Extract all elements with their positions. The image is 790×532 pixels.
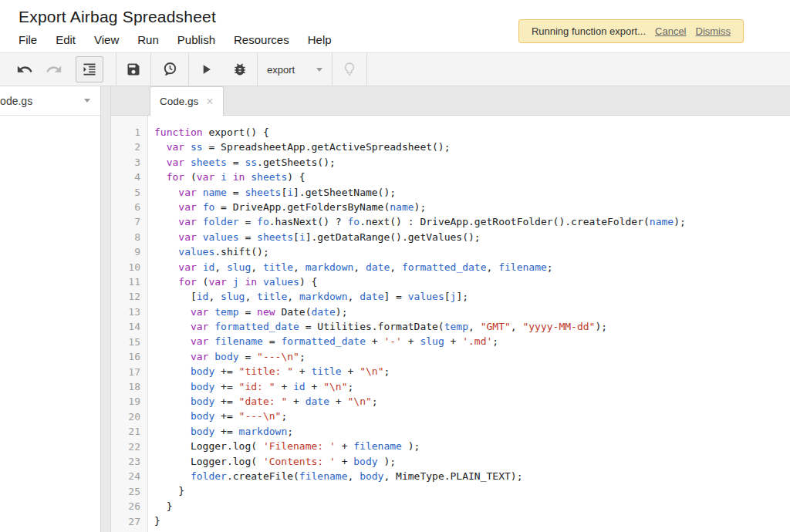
- banner-message: Running function export...: [532, 25, 646, 37]
- main-area: Code.gs Code.gs × 1234567891011121314151…: [0, 86, 790, 532]
- caret-down-icon: [84, 99, 90, 103]
- line-number: 3: [111, 155, 140, 170]
- toolbar: export: [0, 52, 790, 86]
- code-content[interactable]: function export() { var ss = Spreadsheet…: [148, 116, 790, 532]
- code-line: var formatted_date = Utilities.formatDat…: [154, 319, 790, 334]
- run-button[interactable]: [189, 52, 223, 86]
- code-line: var filename = formatted_date + '-' + sl…: [154, 334, 790, 348]
- line-number: 23: [111, 454, 140, 469]
- line-number: 15: [111, 335, 140, 349]
- line-number: 14: [111, 319, 140, 334]
- line-number: 13: [111, 305, 140, 319]
- execution-transcript-button[interactable]: [151, 52, 188, 86]
- code-line: }: [154, 513, 790, 528]
- code-line: body += "date: " + date + "\n";: [154, 394, 790, 409]
- menu-resources[interactable]: Resources: [234, 33, 289, 46]
- running-function-banner: Running function export... Cancel Dismis…: [518, 19, 744, 43]
- line-number: 20: [111, 409, 140, 424]
- execution-transcript-icon: [161, 61, 178, 78]
- editor: Code.gs × 123456789101112131415161718192…: [111, 86, 790, 532]
- tab-code-gs[interactable]: Code.gs ×: [150, 86, 224, 116]
- file-list-item-label: Code.gs: [0, 95, 32, 107]
- line-number: 9: [111, 244, 140, 259]
- line-number: 22: [111, 439, 140, 454]
- line-number-gutter: 1234567891011121314151617181920212223242…: [111, 116, 148, 532]
- code-line: body += markdown;: [154, 424, 790, 439]
- code-line: var name = sheets[i].getSheetName();: [154, 185, 790, 200]
- code-line: for (var i in sheets) {: [154, 170, 790, 184]
- indent-button[interactable]: [76, 56, 103, 82]
- menu-edit[interactable]: Edit: [56, 33, 76, 46]
- save-button[interactable]: [116, 52, 150, 86]
- code-line: var temp = new Date(date);: [154, 305, 790, 319]
- code-line: }: [154, 499, 790, 513]
- code-line: Logger.log( 'Contents: ' + body );: [154, 454, 790, 469]
- line-number: 16: [111, 349, 140, 364]
- bug-icon: [232, 62, 248, 77]
- menu-file[interactable]: File: [19, 33, 37, 46]
- code-line: Logger.log( 'Filename: ' + filename );: [154, 439, 790, 453]
- redo-icon: [46, 61, 62, 78]
- code-line: var folder = fo.hasNext() ? fo.next() : …: [154, 214, 790, 229]
- debug-button[interactable]: [223, 52, 257, 86]
- code-line: var body = "---\n";: [154, 349, 790, 364]
- apps-script-editor-window: Export Airbag Spreadsheet File Edit View…: [0, 0, 790, 532]
- code-line: var id, slug, title, markdown, date, for…: [154, 260, 790, 274]
- code-line: }: [154, 483, 790, 498]
- sidebar-body: [0, 116, 100, 532]
- code-line: body += "title: " + title + "\n";: [154, 364, 790, 379]
- function-select-value: export: [267, 64, 295, 76]
- toolbar-separator: [366, 52, 367, 86]
- line-number: 27: [111, 514, 140, 529]
- code-line: var sheets = ss.getSheets();: [154, 155, 790, 170]
- line-number: 21: [111, 424, 140, 439]
- sidebar-splitter[interactable]: [100, 86, 111, 532]
- save-icon: [126, 62, 141, 77]
- code-line: var ss = SpreadsheetApp.getActiveSpreads…: [154, 140, 790, 154]
- code-line: var values = sheets[i].getDataRange().ge…: [154, 230, 790, 244]
- line-number: 19: [111, 394, 140, 409]
- line-number: 24: [111, 469, 140, 483]
- run-play-icon: [198, 62, 214, 77]
- line-number: 7: [111, 214, 140, 229]
- line-number: 6: [111, 200, 140, 214]
- redo-button[interactable]: [45, 60, 63, 79]
- hints-lightbulb-button[interactable]: [333, 52, 366, 86]
- tab-strip: Code.gs ×: [111, 86, 790, 116]
- code-line: [id, slug, title, markdown, date] = valu…: [154, 289, 790, 304]
- line-number: 25: [111, 484, 140, 499]
- code-line: for (var j in values) {: [154, 274, 790, 289]
- lightbulb-icon: [341, 61, 358, 78]
- tab-close-icon[interactable]: ×: [206, 96, 213, 108]
- line-number: 8: [111, 230, 140, 244]
- line-number: 18: [111, 379, 140, 394]
- header: Export Airbag Spreadsheet File Edit View…: [0, 0, 790, 52]
- line-number: 26: [111, 499, 140, 513]
- indent-icon: [82, 62, 97, 77]
- code-line: values.shift();: [154, 244, 790, 259]
- code-line: var fo = DriveApp.getFoldersByName(name)…: [154, 200, 790, 214]
- menu-help[interactable]: Help: [308, 33, 332, 46]
- dismiss-link[interactable]: Dismiss: [696, 25, 731, 37]
- line-number: 10: [111, 260, 140, 274]
- line-number: 1: [111, 125, 140, 140]
- line-number: 17: [111, 365, 140, 379]
- menu-view[interactable]: View: [94, 33, 119, 46]
- file-list-item-code-gs[interactable]: Code.gs: [0, 86, 100, 116]
- code-line: function export() {: [154, 125, 790, 140]
- line-number: 5: [111, 185, 140, 200]
- menu-run[interactable]: Run: [137, 33, 159, 46]
- line-number: 11: [111, 274, 140, 289]
- line-number: 2: [111, 140, 140, 154]
- menu-publish[interactable]: Publish: [177, 33, 215, 46]
- undo-button[interactable]: [15, 60, 34, 79]
- cancel-link[interactable]: Cancel: [655, 25, 686, 37]
- undo-icon: [16, 61, 33, 78]
- function-select[interactable]: export: [258, 52, 332, 86]
- files-sidebar: Code.gs: [0, 86, 100, 532]
- code-pane: 1234567891011121314151617181920212223242…: [111, 116, 790, 532]
- line-number: 12: [111, 289, 140, 304]
- code-line: folder.createFile(filename, body, MimeTy…: [154, 469, 790, 483]
- caret-down-icon: [316, 68, 322, 72]
- code-line: body += "---\n";: [154, 409, 790, 423]
